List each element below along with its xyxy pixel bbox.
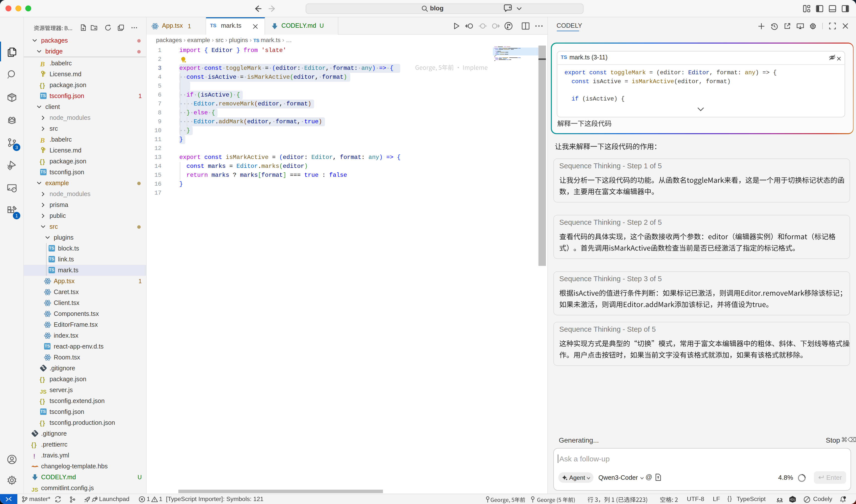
svg-text:42c: 42c xyxy=(790,498,795,501)
